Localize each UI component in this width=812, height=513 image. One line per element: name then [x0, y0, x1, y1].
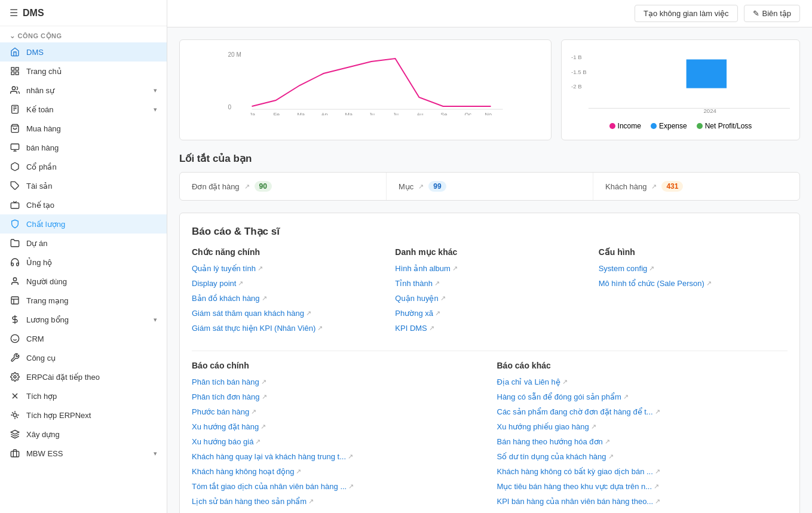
report-link[interactable]: Display point ↗: [192, 279, 381, 288]
sidebar-item-xay-dung[interactable]: Xây dựng: [0, 425, 167, 444]
sidebar-item-co-phan[interactable]: Cổ phần: [0, 157, 167, 176]
report-link[interactable]: Phân tích bán hàng ↗: [192, 377, 483, 386]
chart-row: 20 M 0 Ja. Fe. Ma. Ap. Ma. Ju. Ju. Au. S…: [179, 39, 800, 140]
sidebar-item-mua-hang[interactable]: Mua hàng: [0, 119, 167, 138]
shortcut-item[interactable]: Khách hàng↗431: [593, 173, 799, 200]
sidebar-item-ung-ho[interactable]: Ủng hộ: [0, 253, 167, 272]
report-link[interactable]: Các sản phẩm đang chờ đơn đặt hàng để t.…: [497, 407, 788, 416]
report-link[interactable]: Quận huyện ↗: [395, 294, 584, 303]
external-link-icon: ↗: [605, 438, 610, 446]
report-link[interactable]: Quản lý tuyến tính ↗: [192, 264, 381, 273]
report-link[interactable]: Mục tiêu bán hàng theo khu vực dựa trên …: [497, 482, 788, 491]
sidebar-item-chat-luong[interactable]: Chất lượng: [0, 214, 167, 234]
report-link[interactable]: Khách hàng quay lại và khách hàng trung …: [192, 452, 483, 461]
sidebar-item-tai-san[interactable]: Tài sản: [0, 176, 167, 195]
settings2-icon: [10, 199, 20, 210]
report-link[interactable]: Phường xã ↗: [395, 309, 584, 318]
sidebar-item-tich-hop[interactable]: Tích hợp: [0, 386, 167, 406]
sidebar-item-cong-cu[interactable]: Công cụ: [0, 348, 167, 367]
plug-icon: [10, 391, 20, 401]
edit-button[interactable]: ✎ Biên tập: [744, 5, 800, 22]
report-link[interactable]: Tóm tắt giao dịch của nhân viên bán hàng…: [192, 482, 483, 491]
external-link-icon: ↗: [562, 378, 568, 386]
svg-rect-26: [11, 451, 19, 457]
report-link[interactable]: Xu hướng phiếu giao hàng ↗: [497, 422, 788, 431]
shortcut-arrow-icon: ↗: [651, 183, 657, 191]
sidebar-item-label: Tích hợp: [26, 392, 57, 401]
report-link-label: Bán hàng theo hướng hóa đơn: [497, 437, 603, 446]
sidebar-item-dms[interactable]: DMS: [0, 42, 167, 62]
report-link[interactable]: Khách hàng không có bất kỳ giao dịch bán…: [497, 467, 788, 476]
report-link[interactable]: KPI bán hàng của nhân viên bán hàng theo…: [497, 497, 788, 506]
hamburger-icon[interactable]: ☰: [10, 7, 18, 19]
svg-text:Fe.: Fe.: [274, 112, 281, 115]
sidebar-item-luong-bong[interactable]: Lương bổng▾: [0, 310, 167, 329]
report-link[interactable]: Phước bán hàng ↗: [192, 407, 483, 416]
external-link-icon: ↗: [261, 423, 266, 431]
report-link[interactable]: Xu hướng báo giá ↗: [192, 437, 483, 446]
report-link[interactable]: KPI DMS ↗: [395, 324, 584, 333]
calculator-icon: [10, 104, 20, 115]
sidebar-item-tich-hop-erp[interactable]: Tích hợp ERPNext: [0, 406, 167, 425]
sidebar-item-du-an[interactable]: Dự án: [0, 234, 167, 253]
external-link-icon: ↗: [623, 393, 629, 401]
external-link-icon: ↗: [348, 483, 354, 490]
shortcut-item[interactable]: Đơn đặt hàng↗90: [180, 173, 387, 200]
sidebar-item-mbw-ess[interactable]: MBW ESS▾: [0, 444, 167, 463]
report-link[interactable]: Số dư tín dụng của khách hàng ↗: [497, 452, 788, 461]
legend-expense: Expense: [651, 122, 687, 130]
svg-text:Oc.: Oc.: [465, 112, 473, 115]
report-link[interactable]: System config ↗: [599, 264, 788, 273]
report-link[interactable]: Hình ảnh album ↗: [395, 264, 584, 273]
report-link-label: Địa chỉ và Liên hệ: [497, 377, 560, 386]
report-link[interactable]: Khách hàng không hoạt động ↗: [192, 467, 483, 476]
layout-icon: [10, 295, 20, 306]
external-link-icon: ↗: [649, 265, 654, 272]
report-link[interactable]: Mô hình tổ chức (Sale Person) ↗: [599, 279, 788, 288]
sidebar-item-trang-mang[interactable]: Trang mạng: [0, 291, 167, 310]
sidebar-item-label: Xây dựng: [26, 430, 60, 439]
sidebar-item-che-tao[interactable]: Chế tạo: [0, 195, 167, 214]
sidebar-item-nhan-su[interactable]: nhân sự▾: [0, 81, 167, 100]
report-link[interactable]: Giám sát thăm quan khách hàng ↗: [192, 309, 381, 318]
report-link[interactable]: Hàng có sẵn để đóng gói sản phẩm ↗: [497, 392, 788, 401]
report-link[interactable]: Xu hướng đặt hàng ↗: [192, 422, 483, 431]
sidebar-item-ke-toan[interactable]: Kế toán▾: [0, 100, 167, 119]
other-reports-links: Địa chỉ và Liên hệ ↗Hàng có sẵn để đóng …: [497, 377, 788, 506]
shortcut-item[interactable]: Mục↗99: [387, 173, 593, 200]
report-link[interactable]: Bản đồ khách hàng ↗: [192, 294, 381, 303]
sidebar-item-nguoi-dung[interactable]: Người dùng: [0, 272, 167, 291]
briefcase-icon: [10, 448, 20, 459]
sidebar-item-trang-chu[interactable]: Trang chủ: [0, 62, 167, 81]
report-link[interactable]: Bán hàng theo hướng hóa đơn ↗: [497, 437, 788, 446]
grid-icon: [10, 66, 20, 76]
other-reports-col: Báo cáo khác Địa chỉ và Liên hệ ↗Hàng có…: [497, 361, 788, 512]
topbar: Tạo không gian làm việc ✎ Biên tập: [167, 0, 812, 27]
right-chart-card: -1 B -1.5 B -2 B 2024 Income: [561, 39, 800, 140]
report-link-label: Quản lý tuyến tính: [192, 264, 256, 273]
report-link[interactable]: Giám sát thực hiện KPI (Nhân Viên) ↗: [192, 324, 381, 333]
report-link[interactable]: Phân tích đơn hàng ↗: [192, 392, 483, 401]
sidebar-item-label: MBW ESS: [26, 449, 63, 458]
sidebar-item-label: Dự án: [26, 239, 47, 248]
svg-rect-10: [11, 144, 19, 149]
report-link-label: Xu hướng đặt hàng: [192, 422, 259, 431]
report-link[interactable]: Tỉnh thành ↗: [395, 279, 584, 288]
report-link[interactable]: Lịch sử bán hàng theo sản phẩm ↗: [192, 497, 483, 506]
config-title: Cấu hình: [599, 247, 788, 257]
main-content: Tạo không gian làm việc ✎ Biên tập 20 M …: [167, 0, 812, 513]
external-link-icon: ↗: [655, 408, 660, 416]
sidebar-item-erp-cai-dat[interactable]: ERPCài đặt tiếp theo: [0, 367, 167, 386]
expense-dot: [651, 123, 657, 129]
sidebar-item-ban-hang[interactable]: bán hàng: [0, 138, 167, 157]
sidebar-item-crm[interactable]: CRM: [0, 329, 167, 348]
report-link[interactable]: Địa chỉ và Liên hệ ↗: [497, 377, 788, 386]
create-workspace-button[interactable]: Tạo không gian làm việc: [635, 5, 737, 22]
shortcut-arrow-icon: ↗: [244, 183, 250, 191]
report-link-label: Mục tiêu bán hàng theo khu vực dựa trên …: [497, 482, 652, 491]
sidebar-header: ☰ DMS: [0, 0, 167, 26]
shortcut-count: 431: [661, 181, 683, 192]
svg-text:-1.5 B: -1.5 B: [571, 69, 587, 75]
shortcuts-row: Đơn đặt hàng↗90Mục↗99Khách hàng↗431: [179, 172, 800, 201]
left-chart-card: 20 M 0 Ja. Fe. Ma. Ap. Ma. Ju. Ju. Au. S…: [179, 39, 551, 140]
